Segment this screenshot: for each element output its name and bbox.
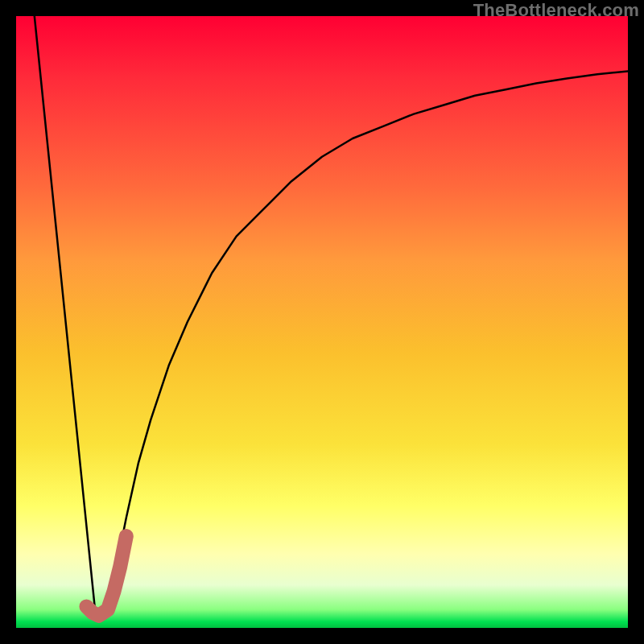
series-left-line <box>35 16 96 616</box>
chart-frame: TheBottleneck.com <box>0 0 644 644</box>
series-right-curve <box>108 71 628 615</box>
watermark-text: TheBottleneck.com <box>473 0 639 21</box>
plot-area <box>16 16 628 628</box>
chart-svg <box>16 16 628 628</box>
